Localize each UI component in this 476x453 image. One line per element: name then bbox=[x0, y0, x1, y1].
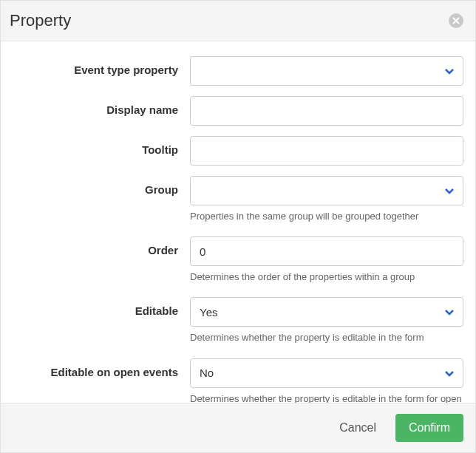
help-editable: Determines whether the property is edita… bbox=[190, 331, 463, 344]
input-event-type-property[interactable] bbox=[190, 56, 463, 86]
select-editable[interactable] bbox=[190, 297, 463, 327]
input-order[interactable] bbox=[190, 236, 463, 266]
input-editable[interactable] bbox=[190, 297, 463, 327]
close-icon bbox=[452, 16, 460, 27]
select-editable-open[interactable] bbox=[190, 358, 463, 388]
field-event-type-property: Event type property bbox=[13, 56, 463, 86]
help-group: Properties in the same group will be gro… bbox=[190, 210, 463, 223]
field-order: Order bbox=[13, 236, 463, 266]
label-event-type-property: Event type property bbox=[13, 56, 190, 76]
label-order: Order bbox=[13, 236, 190, 256]
help-editable-open: Determines whether the property is edita… bbox=[190, 392, 463, 403]
field-tooltip: Tooltip bbox=[13, 136, 463, 166]
input-editable-open[interactable] bbox=[190, 358, 463, 388]
input-display-name[interactable] bbox=[190, 96, 463, 126]
field-editable: Editable bbox=[13, 297, 463, 327]
modal-body: Event type property Display name Tooltip bbox=[1, 41, 475, 403]
modal-header: Property bbox=[1, 1, 475, 41]
select-event-type-property[interactable] bbox=[190, 56, 463, 86]
label-editable: Editable bbox=[13, 297, 190, 317]
cancel-button[interactable]: Cancel bbox=[332, 415, 384, 440]
input-tooltip[interactable] bbox=[190, 136, 463, 166]
modal-title: Property bbox=[10, 11, 71, 30]
confirm-button[interactable]: Confirm bbox=[395, 414, 463, 442]
label-display-name: Display name bbox=[13, 96, 190, 116]
label-tooltip: Tooltip bbox=[13, 136, 190, 156]
input-group[interactable] bbox=[190, 176, 463, 205]
modal-footer: Cancel Confirm bbox=[1, 403, 475, 452]
property-modal: Property Event type property Display nam… bbox=[0, 0, 476, 453]
field-editable-open: Editable on open events bbox=[13, 358, 463, 388]
field-display-name: Display name bbox=[13, 96, 463, 126]
label-group: Group bbox=[13, 176, 190, 196]
help-order: Determines the order of the properties w… bbox=[190, 270, 463, 284]
label-editable-open: Editable on open events bbox=[13, 358, 190, 378]
select-group[interactable] bbox=[190, 176, 463, 205]
close-button[interactable] bbox=[449, 13, 463, 28]
field-group: Group bbox=[13, 176, 463, 205]
